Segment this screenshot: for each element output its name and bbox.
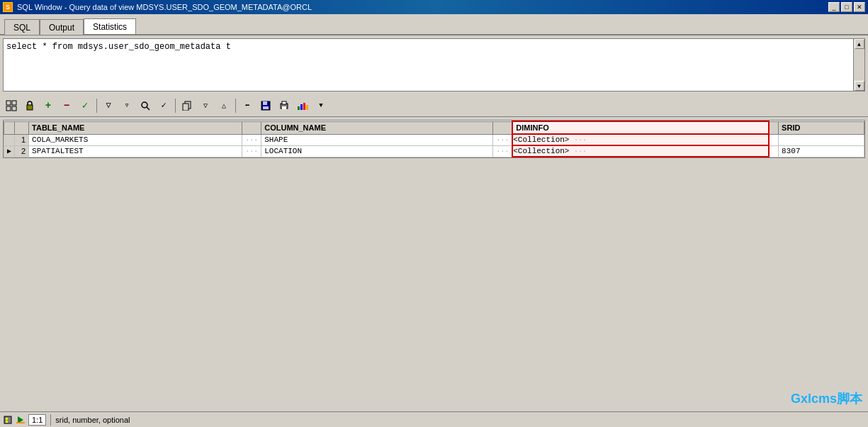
row-2-srid[interactable]: 8307 (779, 145, 864, 157)
row-1-dots1: ··· (242, 134, 261, 145)
row-1-srid[interactable] (779, 134, 864, 145)
query-text[interactable]: select * from mdsys.user_sdo_geom_metada… (6, 42, 862, 52)
chart-dropdown-button[interactable]: ▼ (312, 97, 329, 114)
svg-rect-20 (6, 418, 8, 420)
row-1-dots2: ··· (493, 134, 513, 145)
close-button[interactable]: ✕ (854, 2, 865, 12)
cursor-position: 1:1 (28, 414, 46, 426)
svg-rect-23 (16, 422, 25, 423)
status-divider (50, 414, 51, 426)
move-left-button[interactable]: ⬅ (239, 97, 256, 114)
tab-bar: SQL Output Statistics (0, 14, 868, 35)
results-table: TABLE_NAME COLUMN_NAME DIMINFO SRID 1 CO… (4, 121, 864, 157)
sort-up-button[interactable]: ▿ (118, 97, 135, 114)
tab-output[interactable]: Output (40, 19, 84, 35)
column-header-diminfo[interactable]: DIMINFO (512, 121, 768, 134)
row-1-column-name[interactable]: SHAPE (261, 134, 493, 145)
scroll-up-arrow[interactable]: ▲ (855, 39, 864, 49)
grid-icon (6, 100, 17, 111)
status-bar: 1:1 srid, number, optional (0, 411, 868, 427)
query-scrollbar[interactable]: ▲ ▼ (853, 39, 864, 91)
lock-button[interactable] (21, 97, 38, 114)
row-2-indicator: ▶ (4, 145, 15, 157)
indicator-header (4, 121, 15, 134)
row-2-diminfo[interactable]: <Collection> ··· (512, 145, 768, 157)
column-header-column-name[interactable]: COLUMN_NAME (261, 121, 493, 134)
svg-line-6 (147, 107, 150, 110)
row-1-diminfo-value: <Collection> (513, 135, 569, 144)
title-bar-content: S SQL Window - Query data of view MDSYS.… (3, 2, 312, 12)
row-1-table-name[interactable]: COLA_MARKETS (29, 134, 242, 145)
watermark: Gxlcms脚本 (791, 390, 862, 407)
row-2-diminfo-value: <Collection> (513, 147, 569, 155)
column-header-srid[interactable]: SRID (779, 121, 864, 134)
maximize-button[interactable]: □ (841, 2, 852, 12)
lock-icon (25, 100, 35, 111)
row-2-dots1: ··· (242, 145, 261, 157)
svg-rect-13 (282, 101, 286, 104)
grid-toolbar: + − ✓ ▽ ▿ ✓ ▽ △ ⬅ (0, 94, 868, 117)
row-1-number: 1 (15, 134, 29, 145)
tab-sql[interactable]: SQL (4, 19, 40, 35)
svg-point-5 (142, 102, 147, 108)
copy-icon (182, 101, 192, 111)
chart-icon (297, 101, 308, 111)
row-number-header (15, 121, 29, 134)
svg-rect-2 (6, 106, 11, 111)
window-title: SQL Window - Query data of view MDSYS.US… (17, 3, 312, 11)
chart-button[interactable] (294, 97, 311, 114)
row-2-column-name[interactable]: LOCATION (261, 145, 493, 157)
svg-rect-14 (282, 106, 286, 109)
row-2-dots3 (769, 145, 779, 157)
save-button[interactable] (257, 97, 274, 114)
run-icon (16, 415, 26, 425)
row-2-dots2: ··· (493, 145, 513, 157)
search-icon (140, 101, 150, 111)
copy-button[interactable] (179, 97, 196, 114)
svg-rect-16 (300, 104, 303, 110)
svg-rect-0 (6, 101, 11, 105)
row-1-indicator (4, 134, 15, 145)
svg-rect-15 (298, 106, 300, 110)
svg-rect-10 (263, 101, 267, 105)
row-1-diminfo-dots: ··· (574, 136, 587, 144)
row-1-dots3 (769, 134, 779, 145)
row-2-table-name[interactable]: SPATIALTEST (29, 145, 242, 157)
app-icon: S (3, 2, 13, 12)
separator-3 (235, 99, 236, 113)
svg-rect-4 (27, 105, 33, 110)
grid-view-button[interactable] (3, 97, 20, 114)
print-button[interactable] (276, 97, 293, 114)
svg-rect-18 (306, 105, 308, 110)
column-header-table-name[interactable]: TABLE_NAME (29, 121, 242, 134)
row-1-diminfo[interactable]: <Collection> ··· (512, 134, 768, 145)
svg-rect-3 (12, 106, 16, 111)
scroll-down-arrow[interactable]: ▼ (855, 81, 864, 91)
column-header-dots1 (242, 121, 261, 134)
separator-1 (96, 99, 97, 113)
query-editor[interactable]: select * from mdsys.user_sdo_geom_metada… (3, 38, 865, 92)
svg-rect-11 (263, 106, 269, 109)
window-controls[interactable]: _ □ ✕ (828, 2, 865, 12)
svg-rect-1 (12, 101, 16, 105)
sort-down-button[interactable]: ▽ (100, 97, 117, 114)
data-grid: TABLE_NAME COLUMN_NAME DIMINFO SRID 1 CO… (3, 120, 865, 158)
commit-button[interactable]: ✓ (77, 97, 94, 114)
column-header-dots3 (769, 121, 779, 134)
svg-rect-21 (6, 421, 8, 423)
table-row: 1 COLA_MARKETS ··· SHAPE ··· <Collection… (4, 134, 864, 145)
add-row-button[interactable]: + (40, 97, 57, 114)
filter-button[interactable]: ✓ (155, 97, 172, 114)
search-button[interactable] (137, 97, 154, 114)
svg-rect-8 (183, 104, 188, 111)
row-2-number: 2 (15, 145, 29, 157)
tab-statistics[interactable]: Statistics (84, 18, 136, 34)
nav-next-button[interactable]: △ (215, 97, 232, 114)
delete-row-button[interactable]: − (58, 97, 75, 114)
grid-header-row: TABLE_NAME COLUMN_NAME DIMINFO SRID (4, 121, 864, 134)
nav-prev-button[interactable]: ▽ (197, 97, 214, 114)
status-message: srid, number, optional (55, 416, 130, 424)
title-bar: S SQL Window - Query data of view MDSYS.… (0, 0, 868, 14)
separator-2 (175, 99, 176, 113)
minimize-button[interactable]: _ (828, 2, 840, 12)
